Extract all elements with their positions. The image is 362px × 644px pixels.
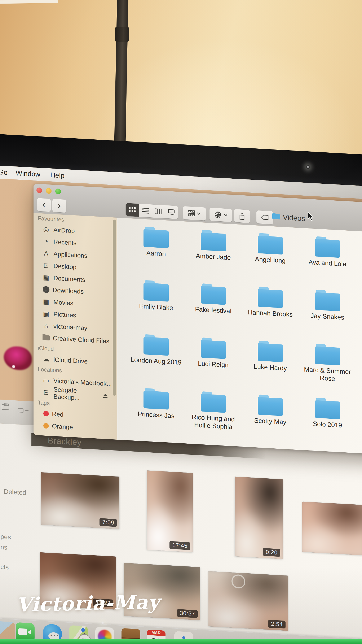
back-button[interactable]: ‹	[37, 198, 51, 212]
title-folder-icon	[272, 213, 281, 220]
close-button[interactable]	[36, 188, 42, 194]
thumbnail-image-blurred	[235, 477, 283, 559]
menu-window[interactable]: Window	[16, 169, 40, 178]
window-icon	[2, 404, 9, 410]
downloads-icon: ↓	[43, 286, 49, 293]
folder-london-aug-2019[interactable]: London Aug 2019	[129, 333, 183, 366]
folder-luci-reign[interactable]: Luci Reign	[186, 337, 241, 370]
laptop-screen: Go Window Help Deleted pes ns cts Brackl…	[0, 134, 362, 644]
folder-scotty-may[interactable]: Scotty May	[243, 394, 298, 427]
sidebar-item-label: iCloud Drive	[53, 356, 88, 365]
video-thumbnail[interactable]	[302, 502, 362, 555]
zoom-button[interactable]	[55, 188, 61, 194]
menu-help[interactable]: Help	[50, 171, 64, 180]
folder-label: Jay Snakes	[300, 311, 355, 322]
page-side-label[interactable]: cts	[0, 563, 9, 571]
view-switcher	[126, 203, 178, 219]
folder-aarron[interactable]: Aarron	[129, 226, 183, 259]
background-window-toolbar	[0, 400, 33, 426]
folder-icon	[143, 334, 169, 356]
coverflow-view-button[interactable]	[165, 205, 178, 219]
folder-label: Princess Jas	[129, 410, 183, 420]
folder-luke-hardy[interactable]: Luke Hardy	[243, 340, 298, 373]
laptop-icon: ▭	[42, 376, 50, 384]
column-view-button[interactable]	[152, 204, 165, 218]
folder-icon	[315, 236, 340, 258]
folder-icon	[42, 335, 50, 341]
folder-label: Angel long	[243, 254, 298, 266]
dock-icon-facetime[interactable]	[16, 622, 34, 642]
tag-button[interactable]	[256, 210, 273, 224]
actions-button[interactable]	[210, 208, 232, 222]
folder-icon	[315, 344, 340, 366]
folder-label: Aarron	[129, 248, 183, 259]
folder-icon	[258, 394, 283, 416]
folder-icon	[258, 233, 283, 255]
video-thumbnail[interactable]: 2:54	[208, 571, 288, 631]
sidebar-item-label: Downloads	[52, 286, 84, 295]
folder-label: Fake festival	[186, 305, 241, 316]
folder-label: Amber Jade	[186, 251, 241, 262]
folder-hannah-brooks[interactable]: Hannah Brooks	[243, 286, 298, 319]
folder-label: London Aug 2019	[129, 356, 183, 366]
wallpaper-pink-dot	[12, 365, 15, 368]
documents-icon: ▤	[42, 273, 50, 282]
folder-rico-hung-and-hollie-sophia[interactable]: Rico Hung and Hollie Sophia	[186, 390, 241, 432]
sidebar-item-label: Recents	[53, 238, 76, 247]
folder-marc-summer-rose[interactable]: Marc & Summer Rose	[300, 343, 355, 384]
folder-label: Ava and Lola	[300, 258, 355, 268]
sidebar-scrollbar[interactable]	[113, 220, 116, 396]
folder-emily-blake[interactable]: Emily Blake	[129, 279, 183, 312]
folder-icon	[258, 341, 283, 363]
folder-label: Emily Blake	[129, 302, 183, 312]
folder-amber-jade[interactable]: Amber Jade	[186, 229, 241, 262]
video-duration-badge: 30:57	[177, 609, 198, 618]
sidebar-item-label: Orange	[52, 422, 73, 431]
recents-icon: ◔	[42, 237, 50, 245]
lamp-pole	[114, 0, 128, 144]
dock-icon-finder[interactable]	[0, 621, 15, 641]
page-side-label[interactable]: pes	[0, 533, 11, 541]
minimize-button[interactable]	[46, 188, 51, 194]
share-button[interactable]	[234, 209, 250, 223]
sidebar-item-label: Pictures	[53, 311, 76, 319]
folder-angel-long[interactable]: Angel long	[243, 232, 298, 266]
folder-fake-festival[interactable]: Fake festival	[186, 282, 241, 316]
forward-button[interactable]: ›	[52, 199, 66, 213]
finder-content-area: AarronAmber JadeAngel longAva and LolaEm…	[117, 218, 362, 462]
folder-jay-snakes[interactable]: Jay Snakes	[300, 289, 355, 322]
folder-label: Hannah Brooks	[243, 308, 298, 319]
folder-ava-and-lola[interactable]: Ava and Lola	[300, 236, 355, 268]
video-duration-badge: 2:54	[268, 620, 286, 629]
finder-sidebar: Favourites◎AirDrop◔RecentsAApplications⊡…	[33, 213, 117, 440]
sidebar-item-label: Documents	[53, 274, 85, 283]
bottom-green-strip	[0, 640, 362, 644]
folder-princess-jas[interactable]: Princess Jas	[129, 387, 183, 420]
folder-label: Solo 2019	[300, 419, 355, 430]
eject-icon[interactable]	[103, 394, 107, 398]
list-view-button[interactable]	[139, 204, 152, 218]
airdrop-icon: ◎	[42, 225, 50, 233]
page-side-label[interactable]: ns	[0, 544, 7, 551]
folder-label: Luke Hardy	[243, 362, 298, 373]
video-thumbnail[interactable]: 17:45	[147, 470, 193, 552]
pictures-icon: ▣	[42, 310, 50, 318]
menu-go[interactable]: Go	[0, 168, 7, 176]
movies-icon: ▦	[42, 298, 50, 306]
sidebar-item-label: Red	[52, 410, 63, 418]
finder-window[interactable]: ‹ ›	[33, 184, 362, 462]
video-thumbnail[interactable]: 7:09	[41, 472, 119, 529]
ringlight-reflection-dock	[101, 621, 104, 625]
page-side-label[interactable]: Deleted	[4, 488, 26, 497]
sidebar-item-label: AirDrop	[53, 226, 75, 234]
folder-icon	[315, 398, 340, 420]
sidebar-item-label: Seagate Backup...	[53, 386, 99, 402]
ceiling-sliver	[0, 0, 58, 4]
video-thumbnail[interactable]: 0:20	[235, 477, 283, 559]
cloud-icon: ☁	[42, 355, 50, 363]
video-duration-badge: 17:45	[169, 541, 190, 550]
folder-solo-2019[interactable]: Solo 2019	[300, 397, 355, 430]
photo-of-macbook-screen: { "colors": { "folder_blue": "#5fb3e4", …	[0, 0, 362, 644]
icon-view-button[interactable]	[126, 203, 139, 217]
group-by-button[interactable]	[183, 206, 206, 220]
